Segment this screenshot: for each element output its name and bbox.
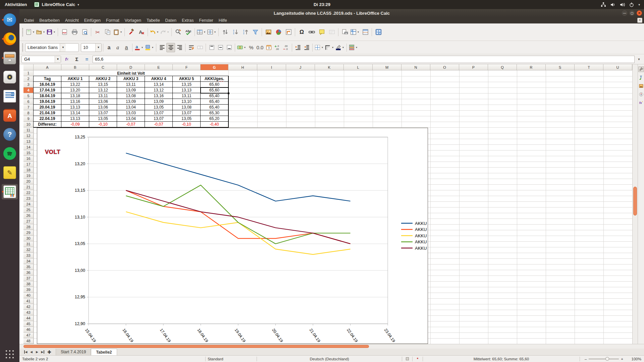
column-header-B[interactable]: B xyxy=(61,64,89,70)
special-character-button[interactable]: Ω xyxy=(297,27,307,38)
autofilter-button[interactable] xyxy=(250,27,260,38)
header-cell[interactable]: AKKU 3 xyxy=(117,76,145,82)
row-header-31[interactable]: 31 xyxy=(23,241,34,247)
row-header-29[interactable]: 29 xyxy=(23,230,34,236)
row-header-44[interactable]: 44 xyxy=(23,315,34,321)
sheet-tab-start-7-4-2019[interactable]: Start 7.4.2019 xyxy=(56,349,91,355)
table-cell[interactable]: -0,40 xyxy=(201,122,228,127)
font-color-button[interactable]: a▾ xyxy=(134,43,144,52)
row-header-21[interactable]: 21 xyxy=(23,184,34,190)
sheet-tab-tabelle2[interactable]: Tabelle2 xyxy=(91,349,117,355)
table-cell[interactable]: 13,09 xyxy=(145,99,173,105)
row-header-35[interactable]: 35 xyxy=(23,264,34,270)
insert-text-box-button[interactable] xyxy=(327,27,337,38)
table-cell[interactable]: -0,07 xyxy=(145,122,173,127)
row-header-47[interactable]: 47 xyxy=(23,333,34,338)
table-cell[interactable]: 13,18 xyxy=(61,93,89,99)
date-format-button[interactable]: 3 xyxy=(264,43,273,52)
row-header-33[interactable]: 33 xyxy=(23,253,34,258)
row-header-2[interactable]: 2 xyxy=(23,76,34,82)
row-header-18[interactable]: 18 xyxy=(23,167,34,173)
dock-firefox[interactable] xyxy=(2,31,18,47)
fill-handle[interactable] xyxy=(228,93,229,94)
table-cell[interactable]: 13,07 xyxy=(145,116,173,122)
highlight-color-button[interactable]: ▾ xyxy=(144,43,155,52)
column-header-T[interactable]: T xyxy=(575,64,603,70)
align-vcenter-button[interactable] xyxy=(216,43,225,52)
borders-button[interactable]: ▾ xyxy=(314,43,324,52)
table-cell[interactable]: 19.04.19 xyxy=(34,99,61,105)
vertical-scrollbar[interactable] xyxy=(632,64,638,344)
table-cell[interactable]: 13,16 xyxy=(61,99,89,105)
spelling-button[interactable]: Abc xyxy=(183,27,193,38)
row-header-43[interactable]: 43 xyxy=(23,310,34,315)
table-cell[interactable]: 13,11 xyxy=(173,93,201,99)
row-header-48[interactable]: 48 xyxy=(23,338,34,344)
vertical-scrollbar-thumb[interactable] xyxy=(633,187,637,216)
column-header-I[interactable]: I xyxy=(257,64,286,70)
header-cell[interactable]: Tag xyxy=(34,76,61,82)
table-cell[interactable]: 13,03 xyxy=(117,110,145,116)
row-header-39[interactable]: 39 xyxy=(23,287,34,293)
new-document-button[interactable]: ▾ xyxy=(25,27,36,38)
row-header-38[interactable]: 38 xyxy=(23,281,34,287)
add-decimal-button[interactable]: +.0.00 xyxy=(273,43,282,52)
table-cell[interactable]: 13,07 xyxy=(145,110,173,116)
row-header-16[interactable]: 16 xyxy=(23,156,34,162)
expand-formula-bar-icon[interactable]: ▼ xyxy=(636,58,642,61)
row-header-28[interactable]: 28 xyxy=(23,224,34,230)
activities-button[interactable]: Aktivitäten xyxy=(5,2,27,7)
column-header-E[interactable]: E xyxy=(145,64,173,70)
table-cell[interactable]: 13,04 xyxy=(117,105,145,110)
system-tray[interactable]: ▾ xyxy=(601,2,644,7)
column-header-G[interactable]: G xyxy=(201,64,228,70)
first-sheet-icon[interactable]: ◀ xyxy=(23,349,29,355)
delete-decimal-button[interactable]: .00–.0 xyxy=(282,43,290,52)
column-header-C[interactable]: C xyxy=(89,64,117,70)
row-header-24[interactable]: 24 xyxy=(23,201,34,207)
table-cell[interactable]: 13,07 xyxy=(89,110,117,116)
menu-hilfe[interactable]: Hilfe xyxy=(216,17,230,23)
menu-vorlagen[interactable]: Vorlagen xyxy=(122,17,144,23)
zoom-out-icon[interactable]: – xyxy=(585,357,587,361)
merge-cells-button[interactable] xyxy=(196,43,204,52)
dock-writer[interactable] xyxy=(2,88,18,104)
app-menu-button[interactable]: LibreOffice Calc ▾ xyxy=(34,2,79,7)
row-header-19[interactable]: 19 xyxy=(23,173,34,179)
number-format-button[interactable]: 0.0 xyxy=(256,43,264,52)
document-modified-icon[interactable]: * xyxy=(415,357,421,361)
border-style-button[interactable]: ▾ xyxy=(324,43,335,52)
print-button[interactable] xyxy=(69,27,79,38)
table-cell[interactable]: 13,05 xyxy=(173,116,201,122)
menu-einfügen[interactable]: Einfügen xyxy=(82,17,103,23)
sidebar-tab-properties[interactable] xyxy=(638,66,644,72)
menu-daten[interactable]: Daten xyxy=(163,17,179,23)
font-name-combo[interactable]: Liberation Sans ▼ xyxy=(25,43,79,52)
sum-icon[interactable]: Σ xyxy=(72,55,81,63)
clone-formatting-button[interactable] xyxy=(126,27,136,38)
dock-thunderbird[interactable]: ✉ xyxy=(2,12,18,27)
align-top-button[interactable] xyxy=(207,43,216,52)
last-sheet-icon[interactable]: ▶ xyxy=(40,349,46,355)
paste-button[interactable]: ▾ xyxy=(113,27,123,38)
table-cell[interactable]: 13,10 xyxy=(173,99,201,105)
menu-fenster[interactable]: Fenster xyxy=(196,17,216,23)
table-cell[interactable]: 13,14 xyxy=(61,110,89,116)
header-cell[interactable]: AKKU ges. xyxy=(201,76,228,82)
column-header-N[interactable]: N xyxy=(401,64,430,70)
previous-sheet-icon[interactable]: ◀ xyxy=(29,349,34,355)
align-left-button[interactable] xyxy=(158,43,166,52)
column-header-D[interactable]: D xyxy=(117,64,145,70)
open-file-button[interactable]: ▾ xyxy=(36,27,46,38)
align-right-button[interactable] xyxy=(175,43,184,52)
table-cell[interactable]: 21.04.19 xyxy=(34,110,61,116)
row-header-26[interactable]: 26 xyxy=(23,213,34,219)
table-cell[interactable]: 13,09 xyxy=(117,99,145,105)
table-cell[interactable]: 65,40 xyxy=(201,105,228,110)
equals-icon[interactable]: = xyxy=(83,55,91,63)
column-header-K[interactable]: K xyxy=(315,64,344,70)
row-header-5[interactable]: 5 xyxy=(23,93,34,99)
row-header-42[interactable]: 42 xyxy=(23,304,34,310)
insert-column-button[interactable]: ▾ xyxy=(207,27,217,38)
currency-format-button[interactable]: ▾ xyxy=(236,43,247,52)
